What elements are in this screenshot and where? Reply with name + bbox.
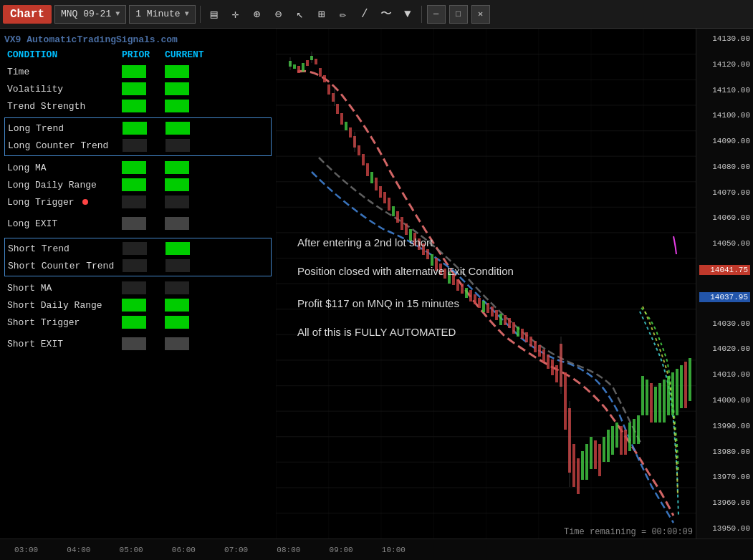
short-trend-label: Short Trend: [8, 243, 123, 254]
svg-rect-65: [478, 298, 481, 308]
svg-rect-107: [658, 383, 661, 423]
svg-rect-35: [349, 127, 352, 137]
minimize-button[interactable]: —: [427, 5, 446, 24]
price-level: 13990.00: [699, 422, 750, 430]
long-trend-current: [166, 122, 216, 135]
price-level: 14000.00: [699, 396, 750, 405]
trend-strength-current: [165, 100, 215, 112]
dark-indicator: [123, 139, 147, 152]
svg-rect-111: [676, 369, 678, 415]
svg-rect-46: [396, 211, 399, 223]
chart-tab[interactable]: Chart: [3, 5, 52, 24]
svg-rect-95: [607, 430, 610, 462]
price-level: 14080.00: [699, 163, 750, 171]
long-exit-prior: [122, 217, 165, 230]
svg-rect-112: [680, 365, 683, 408]
zoom-in-icon[interactable]: ⊕: [248, 5, 267, 24]
dark-indicator: [166, 139, 190, 152]
table-row: Long EXIT: [4, 215, 272, 232]
price-level: 14090.00: [699, 137, 750, 145]
gray-indicator: [122, 337, 146, 350]
svg-rect-61: [461, 284, 464, 294]
main-area: VX9 AutomaticTradingSignals.com CONDITIO…: [0, 29, 753, 539]
dark-indicator: [166, 259, 190, 272]
svg-rect-24: [302, 63, 304, 72]
svg-rect-34: [345, 122, 347, 130]
svg-rect-100: [628, 423, 631, 451]
time-label: 04:00: [67, 546, 90, 554]
svg-rect-38: [362, 154, 365, 165]
svg-rect-110: [671, 372, 674, 415]
svg-rect-25: [306, 60, 309, 66]
green-indicator: [165, 100, 189, 112]
price-level: 14110.00: [699, 86, 750, 95]
svg-rect-53: [426, 249, 429, 259]
svg-rect-29: [323, 75, 326, 82]
short-daily-range-prior: [122, 299, 165, 312]
short-counter-trend-current: [166, 259, 216, 272]
long-exit-label: Long EXIT: [7, 218, 122, 229]
bar-chart-icon[interactable]: ▤: [205, 5, 224, 24]
close-button[interactable]: ✕: [471, 5, 490, 24]
time-label: 05:00: [120, 546, 143, 554]
svg-rect-43: [383, 192, 386, 203]
dark-indicator: [165, 281, 189, 294]
table-row: Short MA: [4, 279, 272, 296]
svg-rect-114: [689, 358, 691, 401]
svg-rect-75: [521, 329, 524, 339]
svg-rect-76: [525, 332, 528, 342]
properties-icon[interactable]: ⊞: [312, 5, 331, 24]
table-header: CONDITION PRIOR CURRENT: [4, 49, 272, 60]
svg-rect-41: [375, 178, 378, 190]
svg-rect-106: [654, 387, 657, 423]
green-indicator: [122, 316, 146, 329]
long-ma-prior: [122, 161, 165, 174]
pointer-icon[interactable]: ↖: [291, 5, 310, 24]
svg-rect-63: [469, 290, 472, 301]
table-row: Long Counter Trend: [5, 137, 271, 154]
svg-rect-73: [512, 322, 515, 334]
timeframe-dropdown[interactable]: 1 Minute ▼: [129, 5, 195, 24]
svg-rect-87: [572, 444, 575, 487]
long-counter-trend-label: Long Counter Trend: [8, 140, 123, 151]
svg-rect-88: [577, 458, 580, 494]
wave-icon[interactable]: 〜: [377, 5, 395, 24]
short-trigger-current: [165, 316, 215, 329]
gray-indicator: [165, 337, 189, 350]
long-daily-range-prior: [122, 178, 165, 191]
svg-rect-54: [431, 254, 433, 266]
dark-indicator: [123, 242, 147, 255]
price-level: 14020.00: [699, 344, 750, 353]
restore-button[interactable]: □: [449, 5, 468, 24]
long-trigger-label: Long Trigger: [7, 197, 122, 208]
volatility-prior: [122, 82, 165, 95]
long-trend-prior: [123, 122, 166, 135]
symbol-dropdown[interactable]: MNQ 09-21 ▼: [54, 5, 126, 24]
svg-rect-47: [401, 217, 403, 230]
long-section: Long Trend Long Counter Trend: [4, 117, 272, 156]
short-exit-current: [165, 337, 215, 350]
svg-rect-77: [529, 337, 532, 347]
crosshair-icon[interactable]: ✛: [226, 5, 245, 24]
dark-indicator: [122, 281, 146, 294]
short-counter-trend-label: Short Counter Trend: [8, 261, 123, 271]
chart-area[interactable]: After entering a 2nd lot short Position …: [276, 29, 696, 539]
time-label: 09:00: [330, 546, 353, 554]
zoom-out-icon[interactable]: ⊖: [269, 5, 288, 24]
more-icon[interactable]: ▼: [398, 5, 417, 24]
condition-table: CONDITION PRIOR CURRENT Time Volatility …: [4, 49, 272, 352]
svg-rect-70: [499, 314, 502, 325]
green-indicator: [165, 299, 189, 312]
svg-rect-98: [620, 426, 623, 455]
svg-rect-79: [538, 345, 541, 357]
svg-rect-97: [615, 423, 618, 448]
time-label: 10:00: [382, 546, 406, 554]
gray-indicator: [122, 217, 146, 230]
volatility-label: Volatility: [7, 84, 122, 95]
long-ma-current: [165, 161, 215, 174]
line-icon[interactable]: /: [355, 5, 374, 24]
timeframe-value: 1 Minute: [135, 9, 180, 19]
draw-icon[interactable]: ✏: [334, 5, 352, 24]
svg-rect-28: [319, 68, 322, 77]
green-indicator: [165, 82, 189, 95]
